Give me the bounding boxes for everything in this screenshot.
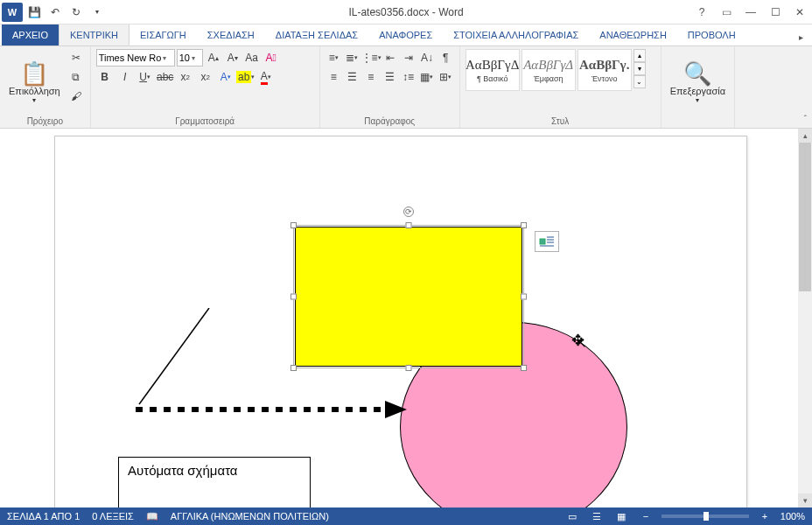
- word-app-icon: W: [2, 3, 23, 22]
- svg-rect-0: [540, 239, 545, 244]
- ribbon-display-button[interactable]: ▭: [718, 4, 735, 21]
- tab-design[interactable]: ΣΧΕΔΙΑΣΗ: [197, 24, 265, 46]
- vertical-scrollbar[interactable]: ▴ ▾: [798, 129, 812, 508]
- text-effects-button[interactable]: A▾: [217, 68, 234, 86]
- justify-button[interactable]: ☰: [382, 68, 398, 86]
- zoom-out-button[interactable]: −: [637, 509, 654, 523]
- chevron-down-icon: ▾: [190, 54, 195, 62]
- shape-line[interactable]: [122, 308, 227, 413]
- editing-label: Επεξεργασία: [670, 86, 725, 96]
- minimize-button[interactable]: —: [742, 4, 760, 21]
- shape-rectangle-yellow[interactable]: [295, 227, 522, 367]
- bullets-button[interactable]: ≡▾: [326, 49, 342, 66]
- shrink-font-button[interactable]: A▾: [224, 49, 242, 66]
- align-center-button[interactable]: ☰: [344, 68, 360, 86]
- status-word-count[interactable]: 0 ΛΕΞΕΙΣ: [92, 511, 134, 522]
- chevron-down-icon: ▾: [32, 96, 36, 104]
- shape-arrow-dashed[interactable]: [136, 401, 407, 418]
- group-label-clipboard: Πρόχειρο: [5, 116, 85, 127]
- scroll-thumb[interactable]: [799, 143, 811, 291]
- collapse-ribbon-button[interactable]: ˆ: [804, 115, 807, 124]
- style-normal[interactable]: ΑαΒβΓγΔ ¶ Βασικό: [466, 49, 520, 91]
- tab-scroll-right[interactable]: ▸: [790, 29, 812, 46]
- tab-review[interactable]: ΑΝΑΘΕΩΡΗΣΗ: [589, 24, 677, 46]
- tab-file[interactable]: ΑΡΧΕΙΟ: [2, 24, 59, 46]
- shading-button[interactable]: ▦▾: [418, 68, 435, 86]
- sort-button[interactable]: A↓: [418, 49, 435, 66]
- bold-button[interactable]: B: [96, 68, 114, 86]
- view-print-layout[interactable]: ☰: [588, 509, 606, 523]
- style-emphasis[interactable]: ΑαΒβΓγΔ Έμφαση: [522, 49, 576, 91]
- layout-options-button[interactable]: [535, 231, 559, 252]
- tab-insert[interactable]: ΕΙΣΑΓΩΓΗ: [130, 24, 197, 46]
- align-right-button[interactable]: ≡: [362, 68, 379, 86]
- close-button[interactable]: ✕: [791, 4, 808, 21]
- redo-button[interactable]: ↻: [66, 3, 86, 22]
- scroll-down-button[interactable]: ▾: [798, 494, 812, 508]
- italic-button[interactable]: I: [116, 68, 134, 86]
- numbering-button[interactable]: ≣▾: [344, 49, 360, 66]
- save-button[interactable]: 💾: [24, 3, 44, 22]
- tab-view[interactable]: ΠΡΟΒΟΛΗ: [677, 24, 746, 46]
- highlight-button[interactable]: ab▾: [237, 68, 255, 86]
- document-area[interactable]: ⟳ Αυτόματα σχήματα ✥↖: [0, 129, 798, 508]
- multilevel-button[interactable]: ⋮≡▾: [362, 49, 380, 66]
- status-bar: ΣΕΛΙΔΑ 1 ΑΠΟ 1 0 ΛΕΞΕΙΣ 📖 ΑΓΓΛΙΚΑ (ΗΝΩΜΕ…: [0, 508, 812, 525]
- copy-button[interactable]: ⧉: [67, 68, 85, 86]
- styles-more[interactable]: ⌄: [634, 75, 646, 88]
- change-case-button[interactable]: Aa: [243, 49, 261, 66]
- document-page[interactable]: ⟳ Αυτόματα σχήματα ✥↖: [54, 136, 747, 508]
- style-strong[interactable]: ΑαΒβΓγ. Έντονο: [578, 49, 632, 91]
- tab-references[interactable]: ΑΝΑΦΟΡΕΣ: [368, 24, 443, 46]
- subscript-button[interactable]: x2: [177, 68, 194, 86]
- shape-text-box[interactable]: Αυτόματα σχήματα: [118, 457, 311, 508]
- underline-button[interactable]: U▾: [136, 68, 154, 86]
- borders-button[interactable]: ⊞▾: [437, 68, 453, 86]
- decrease-indent-button[interactable]: ⇤: [382, 49, 398, 66]
- scroll-up-button[interactable]: ▴: [798, 129, 812, 143]
- quick-access-toolbar: W 💾 ↶ ↻ ▾: [0, 3, 107, 22]
- svg-marker-7: [385, 401, 407, 418]
- group-styles: ΑαΒβΓγΔ ¶ Βασικό ΑαΒβΓγΔ Έμφαση ΑαΒβΓγ. …: [460, 46, 662, 128]
- group-label-styles: Στυλ: [466, 116, 655, 127]
- undo-button[interactable]: ↶: [46, 3, 65, 22]
- increase-indent-button[interactable]: ⇥: [400, 49, 416, 66]
- zoom-level[interactable]: 100%: [780, 511, 805, 522]
- status-proofing-icon[interactable]: 📖: [146, 511, 158, 522]
- align-left-button[interactable]: ≡: [326, 68, 342, 86]
- tab-home[interactable]: ΚΕΝΤΡΙΚΗ: [59, 24, 130, 46]
- format-painter-button[interactable]: 🖌: [67, 88, 85, 105]
- zoom-slider[interactable]: [662, 514, 749, 518]
- tab-mailings[interactable]: ΣΤΟΙΧΕΙΑ ΑΛΛΗΛΟΓΡΑΦΙΑΣ: [443, 24, 589, 46]
- tab-layout[interactable]: ΔΙΑΤΑΞΗ ΣΕΛΙΔΑΣ: [265, 24, 368, 46]
- font-color-button[interactable]: A▾: [257, 68, 275, 86]
- styles-scroll-down[interactable]: ▾: [634, 62, 646, 75]
- zoom-in-button[interactable]: +: [756, 509, 774, 523]
- paste-button[interactable]: 📋 Επικόλληση ▾: [5, 49, 64, 116]
- show-marks-button[interactable]: ¶: [438, 49, 454, 66]
- qat-customize-button[interactable]: ▾: [88, 3, 107, 22]
- line-spacing-button[interactable]: ↕≡: [400, 68, 416, 86]
- status-page[interactable]: ΣΕΛΙΔΑ 1 ΑΠΟ 1: [7, 511, 80, 522]
- font-name-combo[interactable]: Times New Ro▾: [96, 49, 175, 66]
- view-read-mode[interactable]: ▭: [564, 509, 581, 523]
- chevron-down-icon: ▾: [161, 54, 166, 62]
- zoom-slider-thumb[interactable]: [704, 512, 709, 521]
- group-label-editing: [667, 116, 729, 127]
- maximize-button[interactable]: ☐: [766, 4, 784, 21]
- help-button[interactable]: ?: [693, 4, 710, 21]
- font-size-combo[interactable]: 10▾: [177, 49, 203, 66]
- clear-formatting-button[interactable]: A⃠: [262, 49, 280, 66]
- group-editing: 🔍 Επεξεργασία ▾: [662, 46, 735, 128]
- find-button[interactable]: 🔍 Επεξεργασία ▾: [667, 49, 729, 116]
- superscript-button[interactable]: x2: [197, 68, 214, 86]
- view-web-layout[interactable]: ▦: [612, 509, 630, 523]
- strikethrough-button[interactable]: abc: [157, 68, 174, 86]
- cut-button[interactable]: ✂: [67, 49, 85, 66]
- rotation-handle[interactable]: ⟳: [403, 206, 414, 217]
- styles-scroll-up[interactable]: ▴: [634, 49, 646, 62]
- status-language[interactable]: ΑΓΓΛΙΚΑ (ΗΝΩΜΕΝΩΝ ΠΟΛΙΤΕΙΩΝ): [171, 511, 329, 522]
- grow-font-button[interactable]: A▴: [205, 49, 222, 66]
- clipboard-icon: 📋: [20, 61, 48, 86]
- group-label-font: Γραμματοσειρά: [96, 116, 314, 127]
